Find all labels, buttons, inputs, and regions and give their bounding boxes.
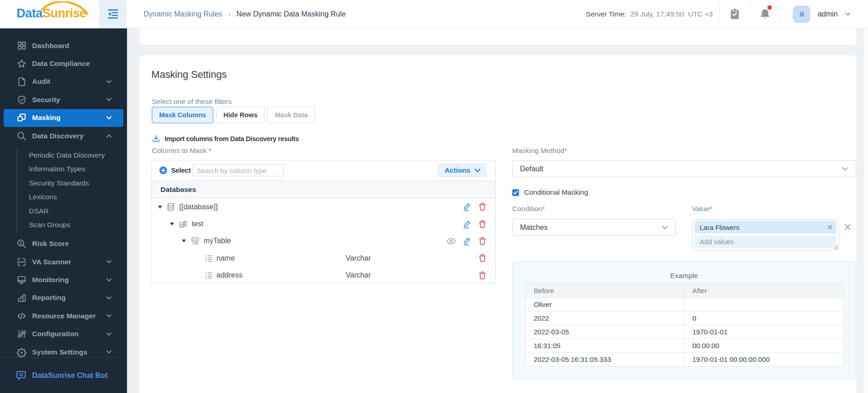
checkbox-checked-icon[interactable]	[512, 189, 519, 196]
sidebar-item-system-settings[interactable]: System Settings	[0, 343, 127, 361]
edit-button[interactable]	[459, 215, 475, 232]
schema-icon	[179, 220, 187, 229]
code-icon	[17, 311, 27, 321]
sidebar-item-resource-manager[interactable]: Resource Manager	[0, 307, 127, 325]
masking-method-select[interactable]: Default	[512, 160, 856, 177]
database-icon	[167, 202, 175, 212]
caret-expanded-icon[interactable]	[182, 239, 186, 243]
sidebar-item-risk-score[interactable]: Risk Score	[0, 235, 127, 253]
sidebar-item-configuration[interactable]: Configuration	[0, 325, 127, 343]
chevron-down-icon	[105, 295, 112, 301]
delete-button[interactable]	[475, 267, 490, 284]
example-col-before: Before	[526, 284, 685, 298]
columns-to-mask-label: Columns to Mask *	[152, 147, 211, 155]
sidebar-item-masking[interactable]: Masking	[4, 109, 123, 127]
sidebar-item-chatbot[interactable]: DataSunrise Chat Bot	[0, 366, 127, 385]
remove-value-icon[interactable]	[828, 225, 832, 229]
upper-card	[139, 28, 857, 45]
sidebar-item-reporting[interactable]: Reporting	[0, 289, 127, 307]
chevron-up-icon	[105, 133, 112, 139]
hide-rows-button[interactable]: Hide Rows	[216, 107, 265, 123]
add-column-button[interactable]	[159, 166, 167, 175]
scrollbar-track[interactable]	[864, 28, 868, 393]
sidebar-subitem-security-standards[interactable]: Security Standards	[0, 176, 127, 190]
notification-badge	[768, 5, 772, 10]
delete-button[interactable]	[475, 250, 490, 267]
notifications-button[interactable]	[750, 0, 780, 28]
caret-expanded-icon[interactable]	[158, 205, 162, 209]
tasks-button[interactable]	[720, 0, 750, 28]
example-row: 2022-03-051970-01-01	[526, 325, 844, 339]
sidebar-subitem-lexicons[interactable]: Lexicons	[0, 190, 127, 204]
user-menu[interactable]: a admin	[780, 5, 868, 23]
actions-button[interactable]: Actions	[438, 164, 487, 177]
condition-select[interactable]: Matches	[512, 219, 676, 236]
gear-icon	[17, 347, 27, 357]
sidebar-collapse-button[interactable]	[99, 0, 127, 28]
shield-check-icon	[17, 95, 27, 105]
tree-row-schema[interactable]: test	[152, 215, 495, 232]
sidebar-item-audit[interactable]: Audit	[0, 73, 127, 91]
chevron-down-icon	[105, 349, 112, 355]
sidebar-item-dashboard[interactable]: Dashboard	[0, 37, 127, 55]
add-values-input[interactable]: Add values	[695, 235, 836, 248]
import-columns-link[interactable]: Import columns from Data Discovery resul…	[152, 135, 299, 142]
sidebar-item-va-scanner[interactable]: VA Scanner	[0, 253, 127, 271]
edit-button[interactable]	[459, 233, 475, 250]
tree-row-database[interactable]: [[database]]	[152, 198, 495, 215]
datasunrise-logo[interactable]: DataSunrise	[17, 6, 86, 21]
breadcrumb: Dynamic Masking Rules › New Dynamic Data…	[144, 0, 346, 28]
page-title: Masking Settings	[151, 69, 227, 81]
example-col-after: After	[685, 284, 844, 298]
sidebar-subitem-information-types[interactable]: Information Types	[0, 162, 127, 176]
mask-columns-button[interactable]: Mask Columns	[152, 107, 213, 123]
data-discovery-submenu: Periodic Data Discovery Information Type…	[0, 145, 127, 235]
collapse-sidebar-icon	[107, 8, 119, 20]
caret-expanded-icon[interactable]	[170, 222, 174, 226]
sidebar-item-data-compliance[interactable]: Data Compliance	[0, 55, 127, 72]
row-actions	[475, 250, 490, 267]
avatar: a	[793, 5, 810, 23]
sidebar-subitem-dsar[interactable]: DSAR	[0, 204, 127, 218]
value-editor[interactable]: Lara Flowers Add values	[692, 219, 839, 251]
pencil-icon	[463, 202, 471, 211]
delete-button[interactable]	[475, 215, 490, 232]
delete-button[interactable]	[475, 233, 490, 250]
star-icon	[17, 59, 27, 69]
edit-button[interactable]	[459, 198, 475, 215]
row-actions	[475, 267, 490, 284]
row-actions	[459, 198, 490, 215]
chevron-down-icon	[105, 259, 112, 265]
sidebar-item-data-discovery[interactable]: Data Discovery	[0, 127, 127, 145]
delete-button[interactable]	[475, 198, 490, 215]
tree-row-column-address[interactable]: address Varchar	[152, 267, 495, 284]
server-time-label: Server Time:	[586, 10, 626, 18]
tree-row-column-name[interactable]: name Varchar	[152, 250, 495, 267]
required-asterisk: *	[209, 147, 211, 154]
sidebar-item-security[interactable]: Security	[0, 91, 127, 109]
conditional-masking-checkbox-row[interactable]: Conditional Masking	[512, 188, 588, 196]
sidebar: Dashboard Data Compliance Audit	[0, 28, 127, 393]
sidebar-item-monitoring[interactable]: Monitoring	[0, 271, 127, 289]
clear-values-button[interactable]	[844, 224, 851, 230]
select-chevron-icon	[662, 225, 668, 229]
example-row: 16:31:0500:00:00	[526, 339, 844, 353]
column-search-input[interactable]	[192, 164, 284, 176]
actions-chevron-icon	[475, 169, 481, 173]
table-icon	[191, 237, 199, 246]
select-label: Select	[171, 166, 191, 174]
download-icon	[152, 135, 160, 142]
user-name: admin	[818, 10, 838, 18]
sidebar-subitem-scan-groups[interactable]: Scan Groups	[0, 218, 127, 232]
sidebar-divider	[0, 357, 127, 358]
breadcrumb-parent-link[interactable]: Dynamic Masking Rules	[144, 10, 222, 18]
masking-method-label: Masking Method*	[512, 147, 567, 155]
resize-handle[interactable]	[834, 245, 838, 250]
value-label: Value*	[692, 205, 713, 213]
sidebar-subitem-periodic-data-discovery[interactable]: Periodic Data Discovery	[0, 148, 127, 162]
tree-toolbar: Select Actions	[152, 160, 495, 180]
preview-button[interactable]	[443, 233, 459, 250]
example-row: Oliver	[526, 298, 844, 311]
mask-data-button[interactable]: Mask Data	[267, 107, 315, 123]
tree-row-table[interactable]: myTable	[152, 233, 495, 250]
